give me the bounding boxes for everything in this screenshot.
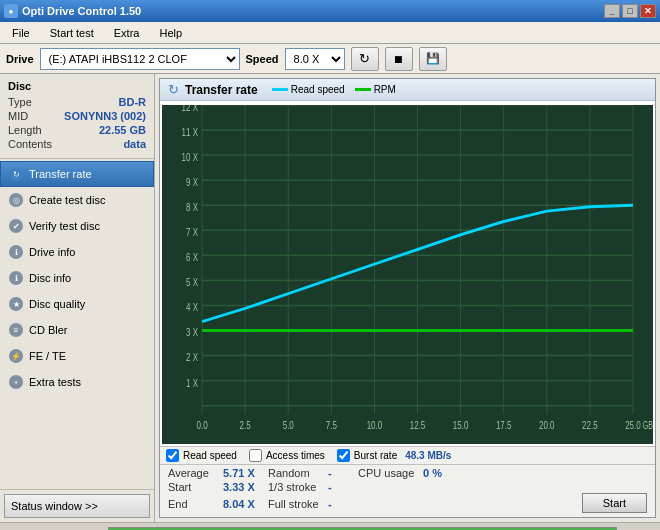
stat-value-end: 8.04 X [223, 498, 268, 510]
stat-label-full-stroke: Full stroke [268, 498, 328, 510]
statusbar: Test completed 100.0% 0:03 [0, 522, 660, 530]
disc-key-mid: MID [8, 110, 28, 122]
nav-label-verify: Verify test disc [29, 220, 100, 232]
stat-label-average: Average [168, 467, 223, 479]
speed-select[interactable]: 8.0 X [285, 48, 345, 70]
svg-text:3 X: 3 X [186, 326, 198, 339]
close-button[interactable]: ✕ [640, 4, 656, 18]
menu-help[interactable]: Help [151, 25, 190, 41]
legend-read-speed: Read speed [272, 84, 345, 95]
checkboxes-row: Read speed Access times Burst rate 48.3 … [160, 446, 655, 464]
stat-value-full-stroke: - [328, 498, 358, 510]
check-read-speed: Read speed [166, 449, 237, 462]
nav-icon-bler: ≡ [9, 323, 23, 337]
check-label-access-times: Access times [266, 450, 325, 461]
stats-row-3: End 8.04 X Full stroke - Start [168, 495, 647, 513]
nav-transfer-rate[interactable]: ↻ Transfer rate [0, 161, 154, 187]
maximize-button[interactable]: □ [622, 4, 638, 18]
stats-row-1: Average 5.71 X Random - CPU usage 0 % [168, 467, 647, 479]
svg-text:1 X: 1 X [186, 376, 198, 389]
app-icon: ● [4, 4, 18, 18]
stat-value-random: - [328, 467, 358, 479]
svg-text:25.0: 25.0 [625, 419, 641, 432]
checkbox-read-speed[interactable] [166, 449, 179, 462]
start-button[interactable]: Start [582, 493, 647, 513]
svg-text:GB: GB [643, 420, 653, 432]
check-label-burst-rate: Burst rate [354, 450, 397, 461]
nav-disc-quality[interactable]: ★ Disc quality [0, 291, 154, 317]
progress-bar: 100.0% [108, 527, 617, 531]
sidebar: Disc Type BD-R MID SONYNN3 (002) Length … [0, 74, 155, 522]
svg-text:2 X: 2 X [186, 351, 198, 364]
nav-drive-info[interactable]: ℹ Drive info [0, 239, 154, 265]
stat-label-end: End [168, 498, 223, 510]
nav-icon-extra: + [9, 375, 23, 389]
legend-label-read: Read speed [291, 84, 345, 95]
svg-text:6 X: 6 X [186, 251, 198, 264]
svg-text:22.5: 22.5 [582, 419, 598, 432]
menu-extra[interactable]: Extra [106, 25, 148, 41]
disc-row-type: Type BD-R [8, 96, 146, 108]
window-controls: _ □ ✕ [604, 4, 656, 18]
chart-svg: 12 X 11 X 10 X 9 X 8 X 7 X 6 X 5 X 4 X 3… [162, 105, 653, 444]
stop-button[interactable]: ⏹ [385, 47, 413, 71]
stat-label-start: Start [168, 481, 223, 493]
status-window-button[interactable]: Status window >> [4, 494, 150, 518]
nav-label-quality: Disc quality [29, 298, 85, 310]
nav-icon-fete: ⚡ [9, 349, 23, 363]
nav-label-transfer: Transfer rate [29, 168, 92, 180]
checkbox-burst-rate[interactable] [337, 449, 350, 462]
stat-label-1-3-stroke: 1/3 stroke [268, 481, 328, 493]
svg-text:17.5: 17.5 [496, 419, 512, 432]
stat-value-start: 3.33 X [223, 481, 268, 493]
checkbox-access-times[interactable] [249, 449, 262, 462]
drive-select[interactable]: (E:) ATAPI iHBS112 2 CLOF [40, 48, 240, 70]
burst-rate-value: 48.3 MB/s [405, 450, 451, 461]
nav-icon-quality: ★ [9, 297, 23, 311]
stat-value-cpu: 0 % [423, 467, 442, 479]
speed-label: Speed [246, 53, 279, 65]
stat-label-cpu: CPU usage [358, 467, 423, 479]
nav-icon-drive: ℹ [9, 245, 23, 259]
legend-rpm: RPM [355, 84, 396, 95]
nav-icon-create: ◎ [9, 193, 23, 207]
minimize-button[interactable]: _ [604, 4, 620, 18]
chart-container: 12 X 11 X 10 X 9 X 8 X 7 X 6 X 5 X 4 X 3… [160, 101, 655, 446]
stats-panel: Average 5.71 X Random - CPU usage 0 % St… [160, 464, 655, 517]
drive-label: Drive [6, 53, 34, 65]
svg-text:4 X: 4 X [186, 301, 198, 314]
svg-text:12.5: 12.5 [410, 419, 426, 432]
svg-text:5 X: 5 X [186, 276, 198, 289]
nav-fe-te[interactable]: ⚡ FE / TE [0, 343, 154, 369]
stat-label-random: Random [268, 467, 328, 479]
legend-color-read [272, 88, 288, 91]
check-burst-rate: Burst rate 48.3 MB/s [337, 449, 452, 462]
legend-label-rpm: RPM [374, 84, 396, 95]
svg-text:11 X: 11 X [182, 125, 199, 138]
chart-title-text: Transfer rate [185, 83, 258, 97]
nav-create-test-disc[interactable]: ◎ Create test disc [0, 187, 154, 213]
nav-verify-test-disc[interactable]: ✔ Verify test disc [0, 213, 154, 239]
refresh-button[interactable]: ↻ [351, 47, 379, 71]
stat-value-1-3-stroke: - [328, 481, 358, 493]
svg-text:10 X: 10 X [182, 150, 199, 163]
nav-label-bler: CD Bler [29, 324, 68, 336]
menu-file[interactable]: File [4, 25, 38, 41]
menubar: File Start test Extra Help [0, 22, 660, 44]
svg-text:20.0: 20.0 [539, 419, 555, 432]
nav-cd-bler[interactable]: ≡ CD Bler [0, 317, 154, 343]
nav-extra-tests[interactable]: + Extra tests [0, 369, 154, 395]
disc-title: Disc [8, 80, 146, 92]
disc-key-contents: Contents [8, 138, 52, 150]
disc-val-contents: data [123, 138, 146, 150]
check-label-read-speed: Read speed [183, 450, 237, 461]
svg-text:2.5: 2.5 [240, 419, 251, 432]
nav-items: ↻ Transfer rate ◎ Create test disc ✔ Ver… [0, 159, 154, 397]
svg-text:12 X: 12 X [182, 105, 199, 113]
titlebar: ● Opti Drive Control 1.50 _ □ ✕ [0, 0, 660, 22]
chart-legend: Read speed RPM [272, 84, 396, 95]
sidebar-bottom: Status window >> [0, 489, 154, 522]
save-button[interactable]: 💾 [419, 47, 447, 71]
nav-disc-info[interactable]: ℹ Disc info [0, 265, 154, 291]
menu-start-test[interactable]: Start test [42, 25, 102, 41]
